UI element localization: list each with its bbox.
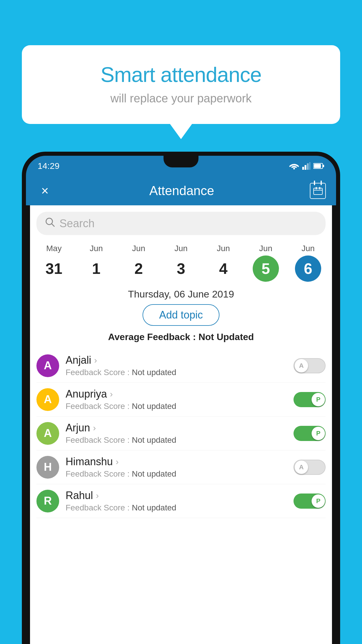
cal-day-number: 6: [295, 256, 321, 282]
svg-rect-2: [305, 165, 306, 170]
student-info: Anupriya ›Feedback Score : Not updated: [66, 388, 294, 411]
student-name: Arjun ›: [66, 422, 294, 434]
cal-day-number: 3: [168, 256, 194, 282]
chevron-right-icon: ›: [116, 457, 119, 467]
student-row[interactable]: AArjun ›Feedback Score : Not updatedP: [36, 416, 326, 450]
toggle-wrap: P: [294, 426, 326, 441]
toggle-wrap: A: [294, 460, 326, 475]
avatar: R: [36, 490, 59, 512]
attendance-toggle[interactable]: A: [294, 358, 326, 373]
cal-month-label: Jun: [217, 244, 230, 253]
toggle-knob: P: [312, 393, 325, 406]
chevron-right-icon: ›: [110, 389, 113, 399]
calendar-day[interactable]: May31: [36, 244, 71, 282]
bubble-title: Smart attendance: [45, 63, 317, 87]
calendar-row: May31Jun1Jun2Jun3Jun4Jun5Jun6: [30, 239, 332, 283]
student-info: Arjun ›Feedback Score : Not updated: [66, 422, 294, 445]
search-icon: [45, 217, 55, 230]
svg-rect-4: [309, 162, 310, 170]
bubble-subtitle: will replace your paperwork: [45, 92, 317, 105]
svg-rect-1: [302, 167, 304, 170]
cal-month-label: May: [46, 244, 62, 253]
svg-rect-11: [319, 187, 320, 189]
svg-rect-6: [323, 165, 324, 167]
cal-day-number: 2: [126, 256, 152, 282]
chevron-right-icon: ›: [94, 355, 97, 365]
toggle-wrap: P: [294, 392, 326, 407]
cal-month-label: Jun: [90, 244, 103, 253]
calendar-day[interactable]: Jun4: [206, 244, 241, 282]
feedback-score: Feedback Score : Not updated: [66, 435, 294, 445]
student-name: Himanshu ›: [66, 456, 294, 468]
search-placeholder: Search: [59, 217, 94, 230]
feedback-score: Feedback Score : Not updated: [66, 368, 294, 377]
attendance-toggle[interactable]: P: [294, 426, 326, 441]
calendar-day[interactable]: Jun6: [291, 244, 326, 282]
cal-month-label: Jun: [174, 244, 187, 253]
speech-bubble-container: Smart attendance will replace your paper…: [22, 45, 340, 124]
cal-day-number: 31: [41, 256, 67, 282]
close-button[interactable]: ×: [36, 183, 54, 198]
svg-rect-10: [316, 187, 317, 189]
student-list: AAnjali ›Feedback Score : Not updatedAAA…: [30, 349, 332, 518]
feedback-value: Not updated: [132, 368, 176, 377]
feedback-value: Not updated: [132, 402, 176, 411]
calendar-day[interactable]: Jun3: [164, 244, 198, 282]
calendar-day[interactable]: Jun2: [121, 244, 156, 282]
cal-day-number: 4: [210, 256, 236, 282]
feedback-value: Not updated: [132, 469, 176, 478]
attendance-toggle[interactable]: P: [294, 494, 326, 509]
chevron-right-icon: ›: [96, 491, 99, 501]
student-row[interactable]: AAnjali ›Feedback Score : Not updatedA: [36, 349, 326, 383]
calendar-day[interactable]: Jun5: [248, 244, 283, 282]
student-name: Anjali ›: [66, 354, 294, 366]
speech-bubble: Smart attendance will replace your paper…: [22, 45, 340, 124]
chevron-right-icon: ›: [93, 423, 96, 433]
search-bar[interactable]: Search: [36, 212, 326, 235]
calendar-icon-button[interactable]: [310, 183, 326, 199]
avatar: A: [36, 354, 59, 377]
cal-month-label: Jun: [259, 244, 272, 253]
phone-frame: 14:29: [22, 152, 340, 644]
cal-day-number: 1: [83, 256, 109, 282]
app-bar: × Attendance: [26, 176, 336, 205]
toggle-knob: P: [312, 427, 325, 440]
toggle-wrap: A: [294, 358, 326, 373]
attendance-toggle[interactable]: P: [294, 392, 326, 407]
toggle-knob: P: [312, 494, 325, 508]
battery-icon: [313, 163, 324, 169]
add-topic-button[interactable]: Add topic: [143, 304, 219, 326]
student-name: Rahul ›: [66, 489, 294, 502]
status-icons: [289, 162, 324, 170]
cal-day-number: 5: [253, 256, 279, 282]
avatar: A: [36, 422, 59, 445]
student-row[interactable]: AAnupriya ›Feedback Score : Not updatedP: [36, 383, 326, 416]
cal-month-label: Jun: [301, 244, 314, 253]
avg-feedback-label: Average Feedback :: [108, 332, 196, 342]
svg-rect-8: [314, 188, 322, 195]
attendance-toggle[interactable]: A: [294, 460, 326, 475]
student-info: Anjali ›Feedback Score : Not updated: [66, 354, 294, 377]
feedback-score: Feedback Score : Not updated: [66, 503, 294, 512]
svg-rect-7: [314, 164, 321, 168]
toggle-knob: A: [295, 359, 308, 372]
cal-month-label: Jun: [132, 244, 145, 253]
background: Smart attendance will replace your paper…: [0, 0, 362, 644]
status-time: 14:29: [38, 161, 59, 171]
app-bar-title: Attendance: [54, 183, 310, 198]
feedback-score: Feedback Score : Not updated: [66, 469, 294, 479]
feedback-value: Not updated: [132, 503, 176, 512]
feedback-value: Not updated: [132, 435, 176, 444]
phone-inner: 14:29: [26, 156, 336, 644]
svg-line-13: [52, 224, 54, 226]
student-row[interactable]: HHimanshu ›Feedback Score : Not updatedA: [36, 450, 326, 484]
student-name: Anupriya ›: [66, 388, 294, 400]
phone-screen: Search May31Jun1Jun2Jun3Jun4Jun5Jun6 Thu…: [30, 205, 332, 644]
avg-feedback: Average Feedback : Not Updated: [30, 332, 332, 342]
student-row[interactable]: RRahul ›Feedback Score : Not updatedP: [36, 484, 326, 518]
signal-icon: [302, 162, 310, 170]
calendar-day[interactable]: Jun1: [79, 244, 114, 282]
toggle-knob: A: [295, 461, 308, 474]
avatar: A: [36, 388, 59, 411]
feedback-score: Feedback Score : Not updated: [66, 402, 294, 411]
